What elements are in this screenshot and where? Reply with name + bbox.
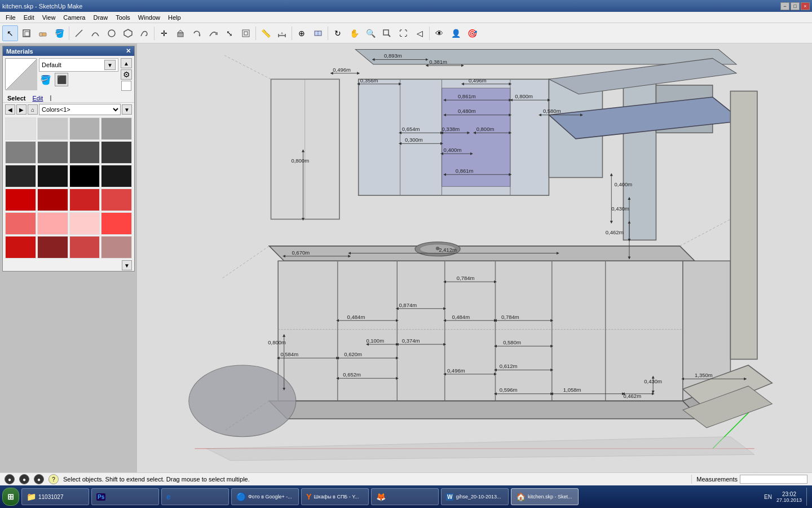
tool-eraser[interactable]	[35, 25, 51, 41]
minimize-button[interactable]: −	[780, 2, 789, 10]
material-category-select[interactable]: Colors<1>	[39, 104, 121, 115]
tool-axes[interactable]: ⊕	[294, 25, 310, 41]
color-swatch[interactable]	[69, 189, 100, 211]
tab-separator: |	[50, 94, 51, 102]
tab-select[interactable]: Select	[5, 94, 28, 102]
tool-make-component[interactable]	[19, 25, 34, 41]
tool-scale[interactable]: ⤡	[222, 25, 237, 41]
svg-rect-11	[242, 30, 249, 37]
taskbar-item-firefox[interactable]: 🦊	[371, 488, 439, 505]
material-nav-up[interactable]: ▲	[121, 58, 132, 68]
tool-zoom-extents[interactable]: ⛶	[395, 25, 411, 41]
scroll-down[interactable]: ▼	[122, 260, 132, 270]
tool-dimensions[interactable]: A	[274, 25, 290, 41]
color-swatch[interactable]	[5, 165, 36, 187]
tool-select[interactable]: ↖	[2, 25, 18, 41]
tab-edit[interactable]: Edit	[30, 94, 45, 102]
tool-zoom[interactable]: 🔍	[363, 25, 378, 41]
color-swatch[interactable]	[101, 165, 132, 187]
tool-advanced-camera[interactable]: 🎯	[464, 25, 480, 41]
menu-window[interactable]: Window	[135, 13, 164, 22]
show-desktop-icon[interactable]	[806, 488, 810, 506]
viewport[interactable]: 0,893m 0,381m 0,496m 0,356m 0,496m 0,861…	[137, 43, 812, 472]
status-btn-2[interactable]: ●	[19, 474, 29, 484]
tool-followme[interactable]	[205, 25, 221, 41]
status-help[interactable]: ?	[48, 474, 59, 484]
taskbar-item-word[interactable]: W gihse_20-10-2013...	[441, 488, 509, 505]
nav-back[interactable]: ◀	[5, 104, 15, 115]
color-swatch[interactable]	[5, 212, 36, 235]
sample-icon[interactable]: ⬛	[55, 73, 68, 86]
taskbar-right: EN 23:02 27.10.2013	[764, 488, 810, 506]
svg-point-57	[189, 365, 296, 437]
color-swatch[interactable]	[37, 212, 68, 235]
taskbar-item-chrome[interactable]: 🔵 Фото в Google+ -...	[231, 488, 299, 505]
nav-home[interactable]: ⌂	[28, 104, 38, 115]
paint-bucket-icon[interactable]: 🪣	[39, 73, 52, 86]
color-swatch[interactable]	[101, 117, 132, 140]
color-swatch[interactable]	[101, 212, 132, 235]
tool-circle[interactable]	[104, 25, 120, 41]
material-preview-box[interactable]	[5, 58, 37, 90]
tool-offset[interactable]	[238, 25, 254, 41]
menu-file[interactable]: File	[2, 13, 19, 22]
color-swatch[interactable]	[37, 117, 68, 140]
color-swatch[interactable]	[101, 189, 132, 211]
taskbar-item-ps[interactable]: Ps	[91, 488, 159, 505]
tool-paint[interactable]: 🪣	[51, 25, 67, 41]
nav-details[interactable]: ▼	[122, 104, 132, 115]
maximize-button[interactable]: □	[791, 2, 800, 10]
color-swatch[interactable]	[5, 117, 36, 140]
tool-zoom-window[interactable]	[379, 25, 395, 41]
tool-pan[interactable]: ✋	[346, 25, 362, 41]
menu-camera[interactable]: Camera	[60, 13, 89, 22]
tool-orbit[interactable]: ↻	[330, 25, 346, 41]
menu-help[interactable]: Help	[165, 13, 184, 22]
tool-rotate[interactable]	[189, 25, 205, 41]
materials-close[interactable]: ✕	[126, 47, 131, 55]
start-button[interactable]: ⊞	[2, 488, 19, 506]
tool-pushpull[interactable]	[173, 25, 188, 41]
tool-move[interactable]: ✛	[156, 25, 172, 41]
color-swatch[interactable]	[101, 236, 132, 259]
tool-people[interactable]: 👤	[448, 25, 464, 41]
taskbar-item-explorer[interactable]: 📁 11031027	[21, 488, 89, 505]
close-button[interactable]: ×	[801, 2, 810, 10]
tool-polygon[interactable]	[120, 25, 136, 41]
color-swatch[interactable]	[69, 212, 100, 235]
color-swatch[interactable]	[69, 236, 100, 259]
color-swatch[interactable]	[37, 189, 68, 211]
color-swatch[interactable]	[5, 236, 36, 259]
taskbar-icon-explorer: 📁	[27, 492, 36, 501]
menu-draw[interactable]: Draw	[90, 13, 111, 22]
nav-forward[interactable]: ▶	[16, 104, 27, 115]
tool-freehand[interactable]	[136, 25, 152, 41]
material-cycle-btn[interactable]: ▼	[104, 60, 116, 70]
tool-arc[interactable]	[87, 25, 103, 41]
tool-section[interactable]	[310, 25, 326, 41]
color-swatch[interactable]	[37, 141, 68, 164]
taskbar-item-yandex[interactable]: Y Шкафы в СПБ - Y...	[301, 488, 369, 505]
color-swatch[interactable]	[5, 189, 36, 211]
color-swatch[interactable]	[69, 165, 100, 187]
color-swatch[interactable]	[37, 236, 68, 259]
measurements-input[interactable]	[740, 475, 807, 484]
status-btn-1[interactable]: ●	[5, 474, 15, 484]
menu-tools[interactable]: Tools	[112, 13, 134, 22]
menu-edit[interactable]: Edit	[20, 13, 38, 22]
tool-prev-view[interactable]: ◁	[412, 25, 427, 41]
tool-walkthrough[interactable]: 👁	[431, 25, 447, 41]
color-swatch[interactable]	[69, 141, 100, 164]
color-swatch[interactable]	[101, 141, 132, 164]
menu-view[interactable]: View	[39, 13, 59, 22]
color-swatch[interactable]	[37, 165, 68, 187]
color-swatch[interactable]	[5, 141, 36, 164]
svg-text:0,784m: 0,784m	[501, 314, 519, 320]
tool-line[interactable]	[71, 25, 87, 41]
status-btn-3[interactable]: ●	[34, 474, 44, 484]
taskbar-item-sketchup[interactable]: 🏠 kitchen.skp - Sket...	[511, 488, 579, 505]
material-icon-btn[interactable]: ⚙	[121, 69, 132, 80]
tool-tape[interactable]: 📏	[258, 25, 273, 41]
color-swatch[interactable]	[69, 117, 100, 140]
taskbar-item-ie[interactable]: e	[161, 488, 229, 505]
